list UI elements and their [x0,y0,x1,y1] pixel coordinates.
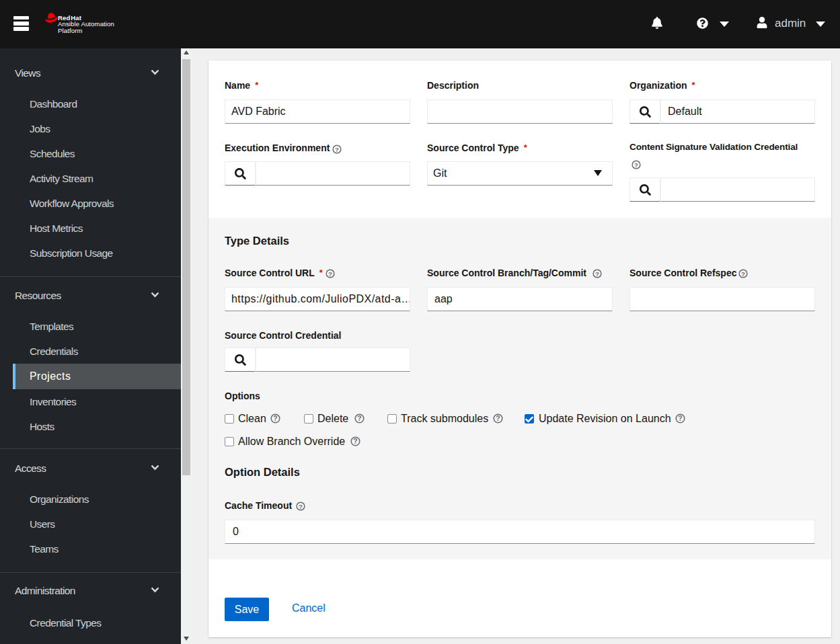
svg-text:?: ? [328,270,332,278]
svg-text:?: ? [273,415,277,422]
svg-text:?: ? [595,270,599,278]
svg-text:?: ? [335,146,339,153]
svg-text:?: ? [299,503,303,510]
svg-text:?: ? [357,415,361,422]
svg-text:?: ? [678,415,682,422]
svg-text:?: ? [496,415,500,422]
svg-text:?: ? [634,161,638,169]
svg-text:?: ? [353,438,357,445]
svg-text:?: ? [741,270,745,278]
